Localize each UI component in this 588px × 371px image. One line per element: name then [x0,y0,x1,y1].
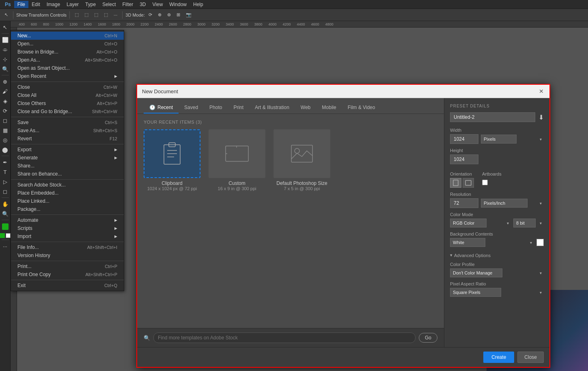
menu-item-print[interactable]: Print... Ctrl+P [11,262,124,270]
menu-item-open-as[interactable]: Open As... Alt+Shift+Ctrl+O [11,56,124,64]
menu-item-automate[interactable]: Automate ▶ [11,216,124,224]
menu-item-close-all[interactable]: Close All Alt+Ctrl+W [11,91,124,99]
toolbar-more[interactable]: ··· [112,12,119,18]
landscape-button[interactable] [463,178,474,188]
menu-item-place-linked[interactable]: Place Linked... [11,197,124,205]
width-unit-select[interactable]: Pixels Inches Centimeters [481,135,517,144]
tool-shape[interactable]: ◻ [1,187,10,196]
menu-item-revert[interactable]: Revert F12 [11,135,124,143]
toolbar-3d-btn2[interactable]: ⊕ [156,11,164,18]
tool-history[interactable]: ⟳ [1,106,10,115]
tool-crop[interactable]: ⊹ [1,55,10,64]
recent-item-clipboard[interactable]: Clipboard 1024 x 1024 px @ 72 ppi [144,129,200,191]
pixel-aspect-select[interactable]: Square Pixels D1/DV NTSC (0.91) [450,288,501,297]
tool-path-select[interactable]: ▷ [1,177,10,186]
menu-item-search-stock[interactable]: Search Adobe Stock... [11,181,124,189]
menu-item-file-info[interactable]: File Info... Alt+Shift+Ctrl+I [11,243,124,251]
tab-recent[interactable]: 🕐 Recent [144,102,179,114]
advanced-options-toggle[interactable]: ▾ Advanced Options [450,253,544,258]
tool-hand[interactable]: ✋ [1,199,10,208]
recent-item-default[interactable]: Default Photoshop Size 7 x 5 in @ 300 pp… [274,129,330,191]
menubar-3d[interactable]: 3D [136,1,149,8]
menu-item-exit[interactable]: Exit Ctrl+Q [11,281,124,290]
menubar-view[interactable]: View [149,1,166,8]
tab-photo[interactable]: Photo [204,102,228,114]
menubar-filter[interactable]: Filter [119,1,136,8]
menu-item-generate[interactable]: Generate ▶ [11,154,124,162]
menu-item-save-as[interactable]: Save As... Shift+Ctrl+S [11,127,124,135]
tool-heal[interactable]: ⊕ [1,77,10,86]
recent-thumb-custom[interactable] [209,129,265,178]
menubar-layer[interactable]: Layer [63,1,82,8]
tool-blur[interactable]: ◎ [1,135,10,144]
menubar-file[interactable]: File [14,1,28,8]
height-input[interactable] [450,154,478,164]
menubar-image[interactable]: Image [43,1,63,8]
menubar-ps[interactable]: Ps [2,1,14,8]
tab-print[interactable]: Print [228,102,249,114]
menubar-select[interactable]: Select [99,1,119,8]
menu-item-export[interactable]: Export ▶ [11,146,124,154]
menu-item-open[interactable]: Open... Ctrl+O [11,40,124,48]
toolbar-move-tool[interactable]: ↖ [2,11,10,18]
tool-lasso[interactable]: ⌯ [1,45,10,54]
preset-name-input[interactable] [450,112,535,122]
dialog-close-icon[interactable]: ✕ [538,88,545,94]
color-profile-select[interactable]: Don't Color Manage sRGB IEC61966-2.1 [450,268,502,277]
foreground-swatch[interactable] [0,233,5,238]
tool-eyedropper[interactable]: 🔍 [1,64,10,73]
resolution-unit-select[interactable]: Pixels/Inch Pixels/Centimeter [481,199,528,208]
menu-item-save[interactable]: Save Ctrl+S [11,118,124,127]
tool-pen[interactable]: ✒ [1,158,10,167]
color-mode-select[interactable]: RGB Color CMYK Color Grayscale [450,219,487,227]
menu-item-close-others[interactable]: Close Others Alt+Ctrl+P [11,99,124,107]
toolbar-distribute[interactable]: ⬚ [102,11,110,18]
toolbar-align-right[interactable]: ⬚ [92,11,100,18]
menu-item-scripts[interactable]: Scripts ▶ [11,224,124,232]
width-input[interactable] [450,134,478,144]
preset-save-button[interactable]: ⬇ [538,114,544,121]
tool-gradient[interactable]: ▦ [1,126,10,135]
tab-mobile[interactable]: Mobile [316,102,342,114]
menubar-window[interactable]: Window [166,1,190,8]
color-depth-select[interactable]: 8 bit 16 bit 32 bit [513,219,536,227]
tool-eraser[interactable]: ◻ [1,116,10,125]
menubar-help[interactable]: Help [190,1,207,8]
menu-item-place-embedded[interactable]: Place Embedded... [11,189,124,197]
tool-dodge[interactable]: ⬤ [1,145,10,154]
toolbar-align-left[interactable]: ⬚ [73,11,81,18]
go-button[interactable]: Go [419,333,437,343]
tab-art-illustration[interactable]: Art & Illustration [249,102,295,114]
portrait-button[interactable] [450,178,461,188]
menu-item-browse-bridge[interactable]: Browse in Bridge... Alt+Ctrl+O [11,48,124,56]
resolution-input[interactable] [450,198,478,208]
search-input[interactable] [153,332,416,343]
menu-item-share[interactable]: Share... [11,162,124,170]
menu-item-new[interactable]: New... Ctrl+N [11,32,124,40]
bg-white-swatch[interactable] [536,239,544,246]
tab-saved[interactable]: Saved [179,102,204,114]
menu-item-open-recent[interactable]: Open Recent ▶ [11,72,124,80]
tool-type[interactable]: T [1,167,10,176]
menu-item-close[interactable]: Close Ctrl+W [11,83,124,91]
toolbar-3d-btn5[interactable]: 📷 [184,11,194,18]
menu-item-open-smart[interactable]: Open as Smart Object... [11,64,124,72]
recent-thumb-default[interactable] [274,129,330,178]
toolbar-3d-btn3[interactable]: ⊛ [165,11,173,18]
menu-item-package[interactable]: Package... [11,205,124,213]
recent-thumb-clipboard[interactable] [144,129,200,178]
tool-marquee[interactable]: ⬜ [1,35,10,44]
bg-contents-select[interactable]: White Black Transparent [450,238,485,247]
toolbar-align-center[interactable]: ⬚ [82,11,90,18]
tool-edit-toolbar[interactable]: ··· [1,242,10,251]
menubar-type[interactable]: Type [82,1,99,8]
menu-item-print-one[interactable]: Print One Copy Alt+Shift+Ctrl+P [11,270,124,279]
create-button[interactable]: Create [483,352,514,363]
tool-foreground-color[interactable] [2,223,9,230]
background-swatch[interactable] [6,233,11,238]
toolbar-3d-btn4[interactable]: ⊞ [174,11,182,18]
menu-item-close-goto-bridge[interactable]: Close and Go to Bridge... Shift+Ctrl+W [11,107,124,116]
tab-film-video[interactable]: Film & Video [342,102,381,114]
menu-item-version-history[interactable]: Version History [11,251,124,259]
recent-item-custom[interactable]: Custom 16 x 9 in @ 300 ppi [209,129,265,191]
